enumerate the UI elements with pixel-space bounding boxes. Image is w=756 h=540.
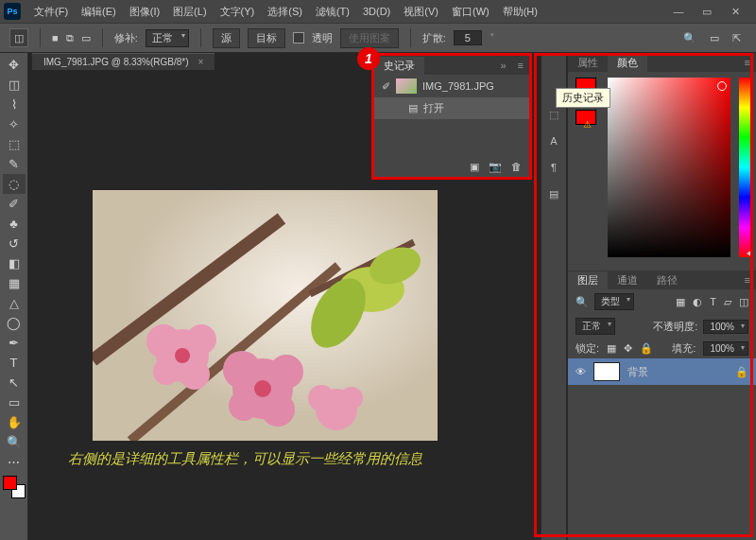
move-tool[interactable]: ✥ — [3, 55, 26, 75]
history-collapse-icon[interactable]: » — [494, 60, 511, 71]
zoom-tool[interactable]: 🔍 — [3, 432, 26, 452]
svg-point-14 — [223, 351, 261, 389]
eraser-tool[interactable]: ◧ — [3, 253, 26, 273]
document-tab[interactable]: IMG_7981.JPG @ 8.33%(RGB/8*) — [32, 53, 215, 70]
use-pattern-button: 使用图案 — [340, 28, 399, 48]
repair-label: 修补: — [114, 31, 138, 45]
svg-point-19 — [308, 385, 335, 411]
brush-icon: ✐ — [382, 80, 390, 93]
minimize-button[interactable]: — — [669, 4, 688, 19]
shape-tool[interactable]: ▭ — [3, 392, 26, 412]
delete-icon[interactable]: 🗑 — [511, 161, 522, 173]
patch-tool[interactable]: ◌ — [3, 174, 26, 194]
diffuse-stepper[interactable]: ˅ — [490, 32, 495, 44]
type-tool[interactable]: T — [3, 353, 26, 373]
repair-mode-select[interactable]: 正常 — [146, 29, 189, 47]
canvas-image — [93, 190, 438, 441]
eyedropper-tool[interactable]: ✎ — [3, 154, 26, 174]
svg-point-11 — [180, 359, 210, 390]
history-panel: 史记录 » ≡ ✐ IMG_7981.JPG ▤ 打开 ▣ 📷 🗑 — [371, 53, 532, 180]
app-logo: Ps — [4, 3, 21, 20]
svg-point-21 — [175, 348, 190, 363]
brush-tool[interactable]: ✐ — [3, 194, 26, 214]
svg-point-22 — [254, 380, 271, 397]
annotation-caption: 右侧的是详细的工具属性栏，可以显示一些经常用的信息 — [68, 450, 422, 468]
menu-layer[interactable]: 图层(L) — [167, 3, 212, 21]
close-button[interactable]: ✕ — [726, 4, 745, 19]
svg-point-20 — [340, 387, 363, 409]
share-icon[interactable]: ⇱ — [732, 32, 741, 44]
document-icon: ▤ — [408, 102, 418, 114]
svg-point-16 — [261, 392, 295, 427]
maximize-button[interactable]: ▭ — [697, 4, 716, 19]
transparent-label: 透明 — [312, 31, 333, 45]
snapshot-thumbnail — [396, 78, 417, 94]
toolbar: ✥ ◫ ⌇ ✧ ⬚ ✎ ◌ ✐ ♣ ↺ ◧ ▦ △ ◯ ✒ T ↖ ▭ ✋ 🔍 … — [0, 53, 28, 540]
blur-tool[interactable]: △ — [3, 293, 26, 313]
color-swatches[interactable] — [3, 476, 26, 498]
dodge-tool[interactable]: ◯ — [3, 313, 26, 333]
history-state-label: 打开 — [423, 101, 444, 115]
menu-help[interactable]: 帮助(H) — [497, 3, 543, 21]
svg-point-12 — [153, 358, 180, 385]
lasso-tool[interactable]: ⌇ — [3, 95, 26, 114]
history-tooltip: 历史记录 — [556, 88, 610, 108]
menu-type[interactable]: 文字(Y) — [215, 3, 261, 21]
copy-icon[interactable]: ⧉ — [66, 32, 74, 44]
svg-point-15 — [269, 355, 303, 389]
new-document-icon[interactable]: ▣ — [470, 161, 479, 173]
stamp-tool[interactable]: ♣ — [3, 214, 26, 234]
menu-select[interactable]: 选择(S) — [262, 3, 308, 21]
more-tools[interactable]: ⋯ — [3, 452, 26, 472]
marquee-tool[interactable]: ◫ — [3, 75, 26, 95]
wand-tool[interactable]: ✧ — [3, 114, 26, 134]
square-icon: ■ — [52, 32, 59, 44]
menu-view[interactable]: 视图(V) — [398, 3, 444, 21]
menu-window[interactable]: 窗口(W) — [446, 3, 495, 21]
diffuse-label: 扩散: — [422, 31, 446, 45]
history-state-open[interactable]: ▤ 打开 — [374, 97, 529, 119]
transparent-checkbox[interactable] — [293, 32, 304, 44]
pen-tool[interactable]: ✒ — [3, 333, 26, 353]
menu-file[interactable]: 文件(F) — [28, 3, 74, 21]
path-tool[interactable]: ↖ — [3, 373, 26, 392]
history-menu-icon[interactable]: ≡ — [512, 60, 529, 71]
search-icon[interactable]: 🔍 — [683, 32, 696, 44]
tab-history[interactable]: 史记录 — [374, 57, 424, 75]
tool-preset-icon[interactable]: ◫ — [9, 28, 28, 47]
annotation-highlight-right — [534, 53, 753, 537]
menu-edit[interactable]: 编辑(E) — [76, 3, 122, 21]
menu-image[interactable]: 图像(I) — [124, 3, 165, 21]
history-snapshot[interactable]: ✐ IMG_7981.JPG — [374, 75, 529, 97]
svg-point-10 — [186, 324, 216, 355]
menu-3d[interactable]: 3D(D) — [357, 4, 396, 19]
hand-tool[interactable]: ✋ — [3, 412, 26, 432]
workspace-icon[interactable]: ▭ — [710, 32, 719, 44]
gradient-tool[interactable]: ▦ — [3, 273, 26, 293]
annotation-marker-1: 1 — [357, 47, 380, 70]
diffuse-input[interactable]: 5 — [454, 30, 482, 45]
source-button[interactable]: 源 — [213, 28, 240, 48]
snapshot-name: IMG_7981.JPG — [422, 80, 494, 92]
menu-bar: Ps 文件(F) 编辑(E) 图像(I) 图层(L) 文字(Y) 选择(S) 滤… — [0, 0, 756, 23]
svg-point-17 — [229, 391, 259, 421]
crop-tool[interactable]: ⬚ — [3, 134, 26, 154]
menu-filter[interactable]: 滤镜(T) — [310, 3, 355, 21]
options-bar: ◫ ■ ⧉ ▭ 修补: 正常 源 目标 透明 使用图案 扩散: 5 ˅ 🔍 ▭ … — [0, 23, 756, 53]
new-snapshot-icon[interactable]: 📷 — [489, 161, 502, 173]
target-button[interactable]: 目标 — [248, 28, 285, 48]
history-brush-tool[interactable]: ↺ — [3, 234, 26, 253]
paste-icon[interactable]: ▭ — [81, 32, 91, 44]
